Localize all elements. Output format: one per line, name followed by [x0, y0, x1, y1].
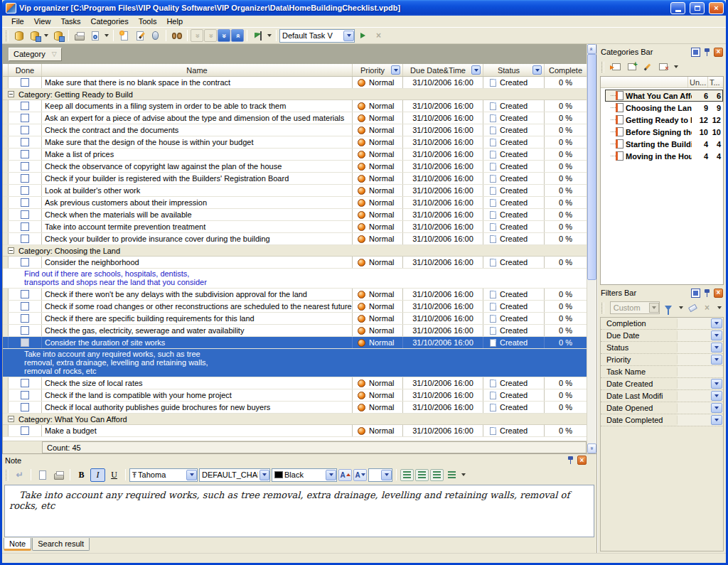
filter-row[interactable]: Priority [601, 354, 723, 366]
task-row[interactable]: Check if there won't be any delays with … [3, 289, 587, 301]
filter-dropdown-button[interactable] [711, 403, 722, 413]
category-group-row[interactable]: Category: Choosing the Land [3, 245, 587, 257]
find-button[interactable] [169, 28, 184, 43]
filter-row[interactable]: Task Name [601, 366, 723, 378]
chevron-down-icon[interactable] [674, 65, 678, 68]
task-row[interactable]: Check if the land is compatible with you… [3, 389, 587, 402]
done-checkbox[interactable] [21, 210, 29, 219]
total-column[interactable]: T... [707, 77, 723, 87]
done-checkbox[interactable] [21, 258, 29, 267]
done-checkbox[interactable] [21, 290, 29, 298]
category-item[interactable]: Moving in the House44 [605, 150, 723, 162]
task-row[interactable]: Check the gas, electricity, sewerage and… [3, 325, 587, 337]
print-note-button[interactable] [51, 468, 66, 482]
done-checkbox[interactable] [21, 235, 29, 243]
combo-arrow-button[interactable] [326, 470, 336, 480]
combo-arrow-button[interactable] [381, 470, 392, 480]
done-checkbox[interactable] [21, 174, 29, 183]
task-row[interactable]: Check the contract and the documentsNorm… [3, 124, 587, 136]
font-family-combobox[interactable]: Ŧ Tahoma [129, 468, 198, 482]
italic-button[interactable]: I [90, 468, 105, 482]
category-item[interactable]: Getting Ready to Buil1212 [605, 114, 723, 126]
filter-dropdown-button[interactable] [711, 391, 722, 401]
done-checkbox[interactable] [21, 391, 29, 399]
new-task-button[interactable] [117, 28, 132, 43]
group-by-category-button[interactable]: Category ▽ [9, 48, 62, 61]
align-right-button[interactable] [430, 469, 444, 481]
filter-row[interactable]: Status [601, 342, 723, 354]
filter-row[interactable]: Date Completed [601, 414, 723, 426]
done-checkbox[interactable] [21, 338, 29, 347]
column-header-complete[interactable]: Complete [545, 64, 587, 76]
scrollbar-thumb[interactable] [587, 54, 596, 280]
category-item[interactable]: Before Signing the Co1010 [605, 126, 723, 138]
task-row[interactable]: Look at builder's other workNormal31/10/… [3, 185, 587, 197]
done-checkbox[interactable] [21, 302, 29, 311]
filter-row[interactable]: Date Created [601, 378, 723, 390]
align-center-button[interactable] [415, 469, 429, 481]
category-item[interactable]: What You Can Afford66 [605, 90, 723, 102]
apply-view-button[interactable] [355, 28, 370, 43]
column-header-due[interactable]: Due Date&Time [403, 64, 483, 76]
collapse-all-button[interactable]: » [231, 29, 244, 42]
insert-file-button[interactable] [35, 468, 50, 482]
align-left-button[interactable] [400, 469, 414, 481]
float-panel-icon[interactable] [691, 289, 700, 298]
task-row[interactable]: Make a budgetNormal31/10/2006 16:00Creat… [3, 425, 587, 437]
font-size-combobox[interactable] [368, 468, 392, 482]
delete-category-button[interactable]: × [657, 61, 669, 72]
task-row[interactable]: Ask an expert for a piece of advise abou… [3, 112, 587, 124]
shrink-font-button[interactable]: A [353, 469, 367, 481]
filter-dropdown-button[interactable] [711, 415, 722, 425]
view-mode-button[interactable] [250, 28, 265, 43]
collapse-group-icon[interactable] [8, 247, 14, 254]
done-checkbox[interactable] [21, 326, 29, 335]
task-row[interactable]: Check your builder to provide insurance … [3, 233, 587, 245]
scrollbar-track[interactable] [587, 54, 596, 443]
collapse-group-icon[interactable] [8, 91, 14, 97]
done-checkbox[interactable] [21, 126, 29, 134]
expand-all-button[interactable]: » [218, 29, 230, 42]
done-checkbox[interactable] [21, 102, 29, 110]
grow-font-button[interactable]: A [338, 469, 352, 481]
filter-row[interactable]: Date Opened [601, 402, 723, 414]
filter-row[interactable]: Due Date [601, 330, 723, 342]
combo-arrow-button[interactable] [259, 470, 269, 480]
categories-close-button[interactable]: × [714, 48, 723, 57]
task-row[interactable]: Make sure that there is no blank space i… [3, 77, 587, 89]
task-row[interactable]: Keep all documents in a filing system in… [3, 100, 587, 112]
filter-dropdown-button[interactable] [711, 318, 722, 328]
column-header-status[interactable]: Status [483, 64, 545, 76]
category-name-column[interactable] [601, 77, 687, 87]
close-button[interactable]: × [709, 2, 724, 14]
print-button[interactable] [72, 28, 87, 43]
pin-icon[interactable] [566, 456, 575, 465]
print-preview-button[interactable] [87, 28, 102, 43]
new-category-button[interactable] [610, 61, 622, 72]
bullet-list-button[interactable] [445, 469, 459, 481]
done-checkbox[interactable] [21, 138, 29, 146]
task-row[interactable]: Check if your builder is registered with… [3, 173, 587, 185]
filter-row[interactable]: Completion [601, 318, 723, 330]
combo-arrow-button[interactable] [186, 470, 197, 480]
float-panel-icon[interactable] [691, 48, 700, 57]
done-checkbox[interactable] [21, 78, 29, 87]
filters-close-button[interactable]: × [714, 289, 723, 298]
filter-dropdown-button[interactable] [711, 330, 722, 340]
menu-help[interactable]: Help [161, 16, 188, 27]
column-header-priority[interactable]: Priority [353, 64, 403, 76]
tab-search-result[interactable]: Search result [32, 538, 90, 551]
task-row[interactable]: Check the size of local ratesNormal31/10… [3, 377, 587, 389]
task-row[interactable]: Ask previous customers about their impre… [3, 197, 587, 209]
filter-row[interactable]: Date Last Modifi [601, 390, 723, 402]
done-checkbox[interactable] [21, 162, 29, 171]
note-editor[interactable]: Take into account any required works, su… [4, 485, 594, 537]
save-database-button[interactable] [50, 28, 65, 43]
task-row[interactable]: Consider the neighborhoodNormal31/10/200… [3, 257, 587, 269]
filter-dropdown-button[interactable] [532, 65, 542, 75]
clear-filter-button[interactable] [688, 302, 699, 313]
new-subcategory-button[interactable]: + [626, 61, 638, 72]
filter-dropdown-button[interactable] [471, 65, 481, 75]
done-checkbox[interactable] [21, 150, 29, 158]
task-row[interactable]: Check if local authority publishes guide… [3, 402, 587, 414]
